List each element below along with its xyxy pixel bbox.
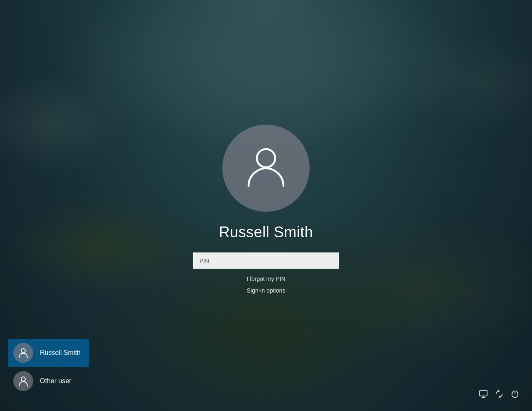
username-label: Russell Smith: [219, 223, 313, 241]
user-avatar-small-other: [13, 371, 33, 391]
user-switcher: Russell Smith Other user: [8, 339, 89, 395]
avatar-icon: [241, 142, 291, 194]
network-icon[interactable]: [495, 389, 504, 399]
user-item-russell-smith[interactable]: Russell Smith: [8, 339, 89, 367]
user-avatar: [222, 124, 310, 212]
login-panel: Russell Smith I forgot my PIN Sign-in op…: [193, 124, 339, 293]
power-icon[interactable]: [510, 389, 520, 399]
user-avatar-small-russell: [13, 343, 33, 363]
user-item-other[interactable]: Other user: [8, 367, 89, 395]
signin-options-link[interactable]: Sign-in options: [247, 287, 286, 293]
user-name-other: Other user: [40, 377, 71, 385]
svg-point-0: [257, 149, 275, 167]
pin-input[interactable]: [193, 252, 339, 268]
system-icons: [479, 389, 520, 399]
svg-point-1: [21, 349, 25, 353]
user-name-russell: Russell Smith: [40, 349, 81, 357]
svg-point-2: [21, 377, 25, 381]
forgot-pin-link[interactable]: I forgot my PIN: [246, 275, 285, 282]
svg-rect-3: [480, 391, 487, 396]
pin-input-wrapper: [193, 252, 339, 268]
accessibility-icon[interactable]: [479, 389, 488, 399]
